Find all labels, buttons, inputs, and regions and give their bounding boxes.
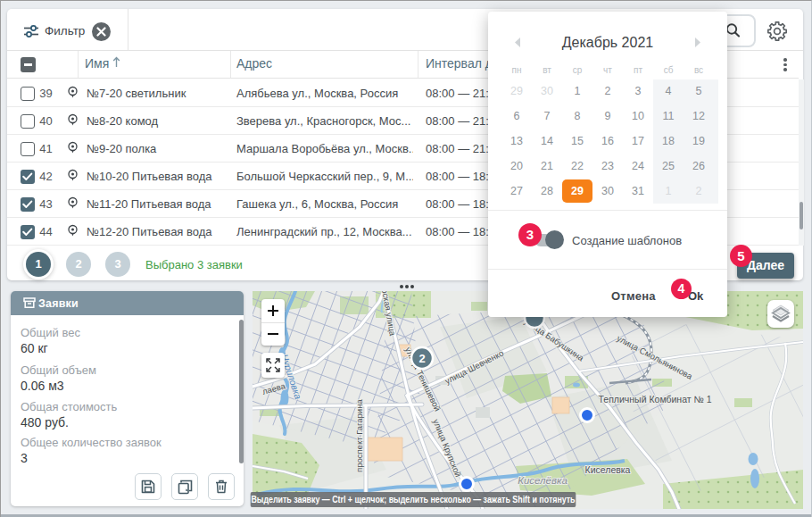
svg-text:2: 2 [418, 352, 425, 365]
svg-text:Киселевка: Киселевка [585, 464, 631, 475]
svg-text:Киселёвка: Киселёвка [518, 475, 568, 486]
svg-text:проспект Гагарина: проспект Гагарина [354, 399, 364, 472]
svg-text:Тепличный Комбинат № 1: Тепличный Комбинат № 1 [598, 394, 711, 404]
